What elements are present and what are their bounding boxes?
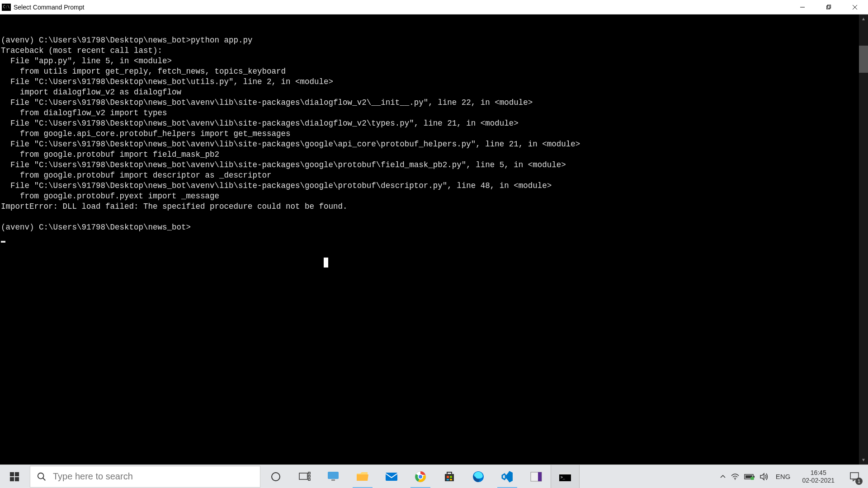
terminal-area[interactable]: (avenv) C:\Users\91798\Desktop\news_bot>…	[0, 14, 868, 465]
selection-cursor	[324, 258, 328, 267]
terminal-line: import dialogflow_v2 as dialogflow	[1, 88, 181, 97]
tray-battery[interactable]	[744, 474, 755, 480]
terminal-line: File "C:\Users\91798\Desktop\news_bot\av…	[1, 160, 566, 169]
search-box[interactable]	[30, 466, 260, 488]
scroll-up-icon[interactable]: ▲	[859, 14, 868, 23]
tray-overflow-button[interactable]	[720, 474, 726, 480]
taskbar-mail[interactable]	[377, 465, 406, 488]
terminal-line: from google.api_core.protobuf_helpers im…	[1, 129, 291, 138]
terminal-line: Traceback (most recent call last):	[1, 46, 162, 55]
svg-rect-7	[10, 477, 14, 481]
svg-rect-17	[331, 479, 335, 481]
task-view-button[interactable]	[290, 465, 319, 488]
start-button[interactable]	[0, 465, 29, 488]
terminal-line: ImportError: DLL load failed: The specif…	[1, 202, 348, 211]
terminal-line: from google.protobuf import descriptor a…	[1, 171, 272, 180]
tray-time: 16:45	[802, 469, 835, 477]
svg-rect-14	[308, 475, 310, 477]
taskbar-chrome[interactable]	[406, 465, 435, 488]
terminal-line: from dialogflow_v2 import types	[1, 108, 167, 117]
vertical-scrollbar[interactable]: ▲ ▼	[859, 14, 868, 465]
monitor-icon	[327, 471, 340, 483]
chevron-up-icon	[720, 474, 726, 480]
terminal-line: File "C:\Users\91798\Desktop\news_bot\av…	[1, 98, 533, 107]
taskbar-app[interactable]	[522, 465, 551, 488]
taskbar-cmd-running[interactable]: >_	[551, 465, 580, 488]
terminal-line: File "C:\Users\91798\Desktop\news_bot\ut…	[1, 77, 333, 86]
app-icon	[530, 471, 542, 482]
taskbar-store[interactable]	[435, 465, 464, 488]
svg-rect-1	[827, 6, 830, 9]
terminal-line: from google.protobuf.pyext import _messa…	[1, 192, 219, 201]
store-icon	[443, 470, 456, 483]
svg-rect-26	[450, 479, 452, 480]
search-input[interactable]	[53, 471, 254, 482]
close-button[interactable]	[842, 0, 868, 14]
tray-notifications[interactable]: 1	[844, 465, 865, 488]
tray-date: 02-02-2021	[802, 477, 835, 484]
terminal-line: from google.protobuf import field_mask_p…	[1, 150, 219, 159]
system-tray: ENG 16:45 02-02-2021 1	[720, 465, 868, 488]
cortana-button[interactable]	[261, 465, 290, 488]
tray-language[interactable]: ENG	[773, 473, 793, 480]
svg-rect-13	[308, 472, 310, 474]
svg-rect-2	[828, 5, 831, 8]
scrollbar-track[interactable]	[859, 46, 868, 465]
terminal-output: (avenv) C:\Users\91798\Desktop\news_bot>…	[0, 35, 868, 243]
battery-icon	[744, 474, 755, 480]
taskbar-vscode[interactable]	[493, 465, 522, 488]
svg-rect-22	[445, 474, 454, 481]
terminal-line: File "C:\Users\91798\Desktop\news_bot\av…	[1, 181, 552, 190]
tray-wifi[interactable]	[731, 473, 740, 480]
terminal-cursor	[1, 241, 5, 243]
taskbar-edge[interactable]	[464, 465, 493, 488]
edge-icon	[472, 470, 485, 483]
window-titlebar: C:\ Select Command Prompt	[0, 0, 868, 14]
svg-rect-8	[15, 477, 19, 481]
window-title: Select Command Prompt	[14, 4, 84, 11]
cmd-terminal-icon: >_	[558, 471, 572, 482]
speaker-icon	[760, 473, 769, 481]
tray-volume[interactable]	[760, 473, 769, 481]
folder-icon	[356, 471, 369, 483]
svg-text:>_: >_	[561, 475, 565, 479]
svg-point-11	[272, 473, 280, 481]
svg-rect-6	[15, 472, 19, 476]
search-icon	[37, 472, 47, 482]
svg-rect-29	[538, 472, 542, 481]
svg-rect-23	[447, 476, 449, 478]
svg-point-9	[38, 473, 44, 479]
windows-icon	[9, 472, 19, 482]
svg-point-33	[735, 479, 736, 480]
svg-point-21	[418, 474, 423, 479]
chrome-icon	[414, 470, 427, 483]
cmd-icon: C:\	[2, 4, 11, 11]
svg-line-10	[43, 478, 46, 480]
scroll-down-icon[interactable]: ▼	[859, 455, 868, 465]
cortana-icon	[270, 471, 281, 482]
terminal-line: from utils import get_reply, fetch_news,…	[1, 67, 286, 76]
task-view-icon	[299, 472, 311, 482]
terminal-prompt: (avenv) C:\Users\91798\Desktop\news_bot>	[1, 223, 191, 232]
vscode-icon	[501, 470, 514, 483]
svg-rect-5	[10, 472, 14, 476]
taskbar-3dviewer[interactable]	[319, 465, 348, 488]
wifi-icon	[731, 473, 740, 480]
svg-rect-16	[328, 472, 339, 479]
terminal-line: File "C:\Users\91798\Desktop\news_bot\av…	[1, 119, 519, 128]
svg-rect-35	[754, 476, 755, 478]
mail-icon	[385, 471, 398, 482]
taskbar: >_ ENG 16:45 02-02-2021 1	[0, 465, 868, 488]
svg-rect-15	[308, 479, 310, 480]
terminal-line: (avenv) C:\Users\91798\Desktop\news_bot>…	[1, 36, 253, 45]
svg-rect-25	[447, 479, 449, 480]
scrollbar-thumb[interactable]	[859, 46, 868, 73]
minimize-button[interactable]	[789, 0, 816, 14]
taskbar-explorer[interactable]	[348, 465, 377, 488]
svg-rect-12	[299, 473, 307, 479]
svg-rect-31	[559, 472, 571, 474]
svg-rect-24	[450, 476, 452, 478]
maximize-button[interactable]	[816, 0, 842, 14]
svg-rect-18	[386, 473, 397, 481]
tray-datetime[interactable]: 16:45 02-02-2021	[797, 469, 839, 484]
